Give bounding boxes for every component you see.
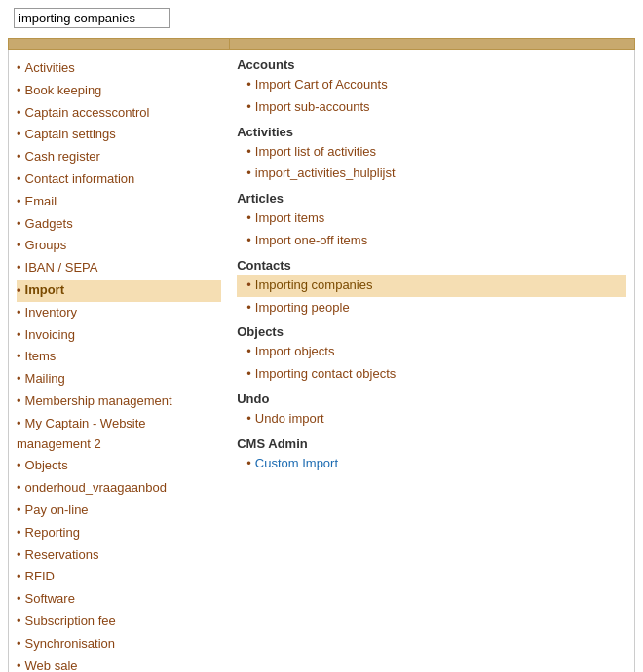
- bullet-icon: •: [246, 344, 251, 358]
- left-nav-item[interactable]: •Reservations: [17, 544, 221, 567]
- bullet-icon: •: [246, 166, 251, 180]
- bullet-icon: •: [17, 305, 21, 319]
- left-nav-link[interactable]: Groups: [25, 238, 67, 252]
- section-title: Contacts: [237, 258, 626, 273]
- left-nav-link[interactable]: Book keeping: [25, 83, 102, 97]
- left-nav-item[interactable]: •Gadgets: [17, 213, 221, 236]
- bullet-icon: •: [246, 300, 251, 315]
- left-nav-link[interactable]: Software: [25, 591, 75, 606]
- section-item-link[interactable]: Import one-off items: [255, 233, 367, 247]
- left-nav-item[interactable]: •Software: [17, 588, 221, 611]
- section-title: Activities: [237, 125, 626, 139]
- left-nav-link[interactable]: Reservations: [25, 547, 99, 562]
- left-nav-item[interactable]: •Membership management: [17, 391, 221, 413]
- bullet-icon: •: [17, 547, 21, 562]
- left-nav-link[interactable]: onderhoud_vraagaanbod: [25, 480, 167, 495]
- right-section: Objects•Import objects•Importing contact…: [237, 324, 626, 386]
- left-nav-link[interactable]: Captain accesscontrol: [25, 105, 150, 120]
- section-item-link[interactable]: Import items: [255, 210, 325, 225]
- left-nav-link[interactable]: Cash register: [25, 149, 100, 164]
- left-nav-item[interactable]: •Import: [17, 280, 221, 302]
- left-nav-link[interactable]: IBAN / SEPA: [25, 260, 98, 275]
- section-item[interactable]: •import_activities_hulplijst: [237, 163, 626, 185]
- bullet-icon: •: [17, 636, 21, 651]
- left-nav-link[interactable]: Subscription fee: [25, 614, 116, 628]
- left-nav-link[interactable]: Synchronisation: [25, 636, 116, 651]
- left-nav-link[interactable]: Activities: [25, 60, 75, 75]
- section-item[interactable]: •Importing people: [237, 297, 626, 319]
- bullet-icon: •: [17, 171, 21, 186]
- left-nav-item[interactable]: •onderhoud_vraagaanbod: [17, 477, 221, 500]
- left-nav-item[interactable]: •Contact information: [17, 168, 221, 191]
- bullet-icon: •: [17, 60, 21, 75]
- left-nav-link[interactable]: Contact information: [25, 171, 135, 186]
- left-nav-link[interactable]: Objects: [25, 458, 68, 472]
- section-item[interactable]: •Importing companies: [237, 275, 626, 297]
- left-nav-item[interactable]: •Captain accesscontrol: [17, 102, 221, 125]
- bullet-icon: •: [17, 194, 21, 208]
- section-item[interactable]: •Import sub-accounts: [237, 96, 626, 119]
- section-item[interactable]: •Importing contact objects: [237, 363, 626, 386]
- left-nav-item[interactable]: •Captain settings: [17, 124, 221, 146]
- left-nav-item[interactable]: •Web sale: [17, 655, 221, 672]
- search-input[interactable]: [14, 8, 170, 28]
- left-nav-item[interactable]: •Book keeping: [17, 80, 221, 102]
- left-nav-link[interactable]: Gadgets: [25, 216, 73, 231]
- left-nav-item[interactable]: •Invoicing: [17, 324, 221, 347]
- left-nav-item[interactable]: •Reporting: [17, 522, 221, 544]
- bullet-icon: •: [246, 366, 251, 381]
- left-nav-link[interactable]: Reporting: [25, 525, 80, 540]
- left-nav-item[interactable]: •Synchronisation: [17, 633, 221, 655]
- left-nav-link[interactable]: Web sale: [25, 658, 78, 672]
- col-part-header: [9, 39, 230, 50]
- section-item-link[interactable]: Importing companies: [255, 278, 373, 292]
- bullet-icon: •: [246, 233, 251, 247]
- left-nav-item[interactable]: •Email: [17, 191, 221, 213]
- left-nav-link[interactable]: My Captain - Website management 2: [17, 416, 146, 451]
- section-item[interactable]: •Undo import: [237, 408, 626, 430]
- left-nav-item[interactable]: •Pay on-line: [17, 500, 221, 522]
- section-item-link[interactable]: Import list of activities: [255, 144, 376, 159]
- left-nav-item[interactable]: •Mailing: [17, 368, 221, 391]
- left-nav-item[interactable]: •Cash register: [17, 146, 221, 168]
- left-nav-link[interactable]: Invoicing: [25, 327, 75, 342]
- left-nav-link[interactable]: Items: [25, 349, 57, 363]
- left-nav-item[interactable]: •My Captain - Website management 2: [17, 413, 221, 456]
- section-item-link[interactable]: Import objects: [255, 344, 335, 358]
- bullet-icon: •: [246, 278, 251, 292]
- left-nav-link[interactable]: Captain settings: [25, 127, 116, 141]
- bullet-icon: •: [17, 591, 21, 606]
- left-nav-item[interactable]: •Objects: [17, 455, 221, 477]
- left-nav-item[interactable]: •Groups: [17, 235, 221, 257]
- section-item[interactable]: •Import items: [237, 207, 626, 230]
- section-item[interactable]: •Import Cart of Accounts: [237, 74, 626, 96]
- section-title: Undo: [237, 392, 626, 406]
- section-item[interactable]: •Custom Import: [237, 453, 626, 475]
- section-item-link[interactable]: Import Cart of Accounts: [255, 77, 388, 92]
- section-item-link[interactable]: Import sub-accounts: [255, 99, 370, 114]
- section-item-link[interactable]: import_activities_hulplijst: [255, 166, 396, 180]
- left-nav-item[interactable]: •Subscription fee: [17, 611, 221, 633]
- section-item[interactable]: •Import list of activities: [237, 141, 626, 164]
- left-nav-link[interactable]: Import: [25, 282, 64, 297]
- left-nav-link[interactable]: Email: [25, 194, 57, 208]
- left-nav-link[interactable]: Inventory: [25, 305, 77, 319]
- section-item-link[interactable]: Custom Import: [255, 456, 338, 470]
- left-nav-item[interactable]: •Items: [17, 346, 221, 368]
- left-nav-link[interactable]: RFID: [25, 569, 55, 583]
- left-nav-link[interactable]: Membership management: [25, 393, 172, 408]
- left-nav-link[interactable]: Pay on-line: [25, 503, 89, 517]
- section-item[interactable]: •Import objects: [237, 341, 626, 363]
- bullet-icon: •: [17, 393, 21, 408]
- left-nav-item[interactable]: •Activities: [17, 57, 221, 80]
- section-item-link[interactable]: Undo import: [255, 411, 324, 426]
- section-item-link[interactable]: Importing people: [255, 300, 350, 315]
- left-nav-item[interactable]: •Inventory: [17, 302, 221, 324]
- left-nav-item[interactable]: •RFID: [17, 566, 221, 588]
- bullet-icon: •: [246, 99, 251, 114]
- section-item-link[interactable]: Importing contact objects: [255, 366, 397, 381]
- section-item[interactable]: •Import one-off items: [237, 230, 626, 252]
- section-title: Objects: [237, 324, 626, 339]
- left-nav-link[interactable]: Mailing: [25, 371, 65, 386]
- left-nav-item[interactable]: •IBAN / SEPA: [17, 257, 221, 280]
